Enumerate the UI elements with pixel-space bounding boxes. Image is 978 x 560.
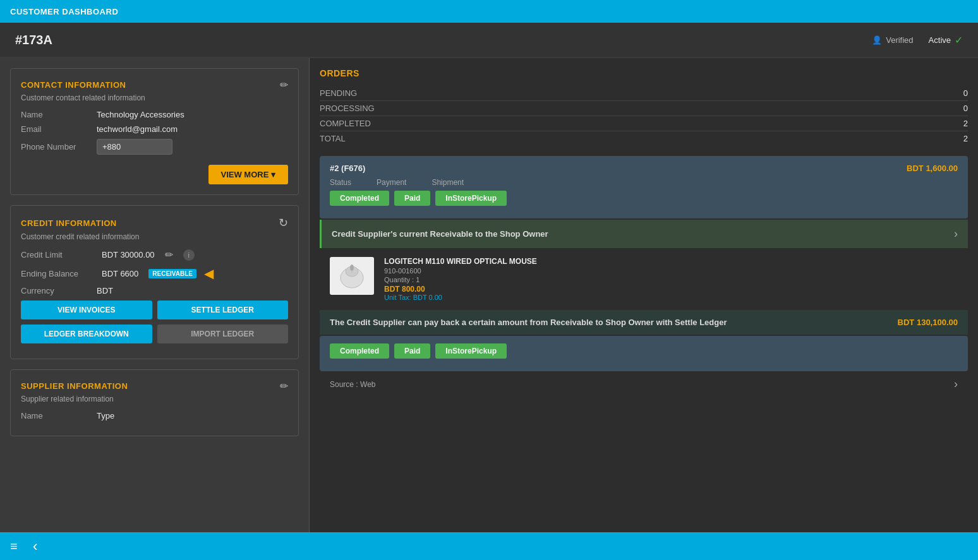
info-icon[interactable]: i (183, 249, 195, 261)
order-1-amount: BDT 1,600.00 (907, 164, 958, 173)
currency-label: Currency (21, 286, 97, 295)
supplier-subtitle: Supplier related information (21, 395, 288, 403)
order-2-card: Completed Paid InStorePickup (320, 336, 968, 371)
contact-edit-icon[interactable]: ✏ (280, 79, 288, 91)
credit-subtitle: Customer credit related information (21, 232, 288, 241)
status-col-label: Status (330, 178, 351, 187)
supplier-edit-icon[interactable]: ✏ (280, 380, 288, 392)
currency-value: BDT (97, 286, 113, 295)
phone-label: Phone Number (21, 142, 97, 152)
name-value: Technology Accessories (97, 110, 184, 119)
contact-subtitle: Customer contact related information (21, 93, 288, 102)
ending-balance-row: Ending Balance BDT 6600 RECEIVABLE ◀ (21, 266, 288, 281)
customer-id: #173A (15, 33, 872, 47)
active-status: Active ✓ (929, 34, 963, 46)
ledger-breakdown-button[interactable]: LEDGER BREAKDOWN (21, 325, 152, 343)
supplier-info-card: SUPPLIER INFORMATION ✏ Supplier related … (10, 369, 299, 436)
source-chevron-icon: › (954, 378, 958, 391)
orders-title: ORDERS (320, 68, 968, 78)
notice-2: The Credit Supplier can pay back a certa… (320, 310, 968, 335)
notice-2-amount: BDT 130,100.00 (898, 318, 958, 327)
credit-limit-edit-icon[interactable]: ✏ (165, 249, 173, 261)
processing-value: 0 (943, 104, 968, 113)
order-1-card: #2 (F676) BDT 1,600.00 Status Payment Sh… (320, 156, 968, 218)
main-layout: CONTACT INFORMATION ✏ Customer contact r… (0, 58, 978, 532)
notice-1-chevron-icon: › (954, 227, 958, 241)
ending-balance-value: BDT 6600 (102, 269, 138, 278)
credit-title: CREDIT INFORMATION (21, 218, 117, 228)
settle-ledger-button[interactable]: SETTLE LEDGER (157, 301, 289, 319)
order-2-status-badge: Completed (330, 343, 389, 359)
supplier-type-label: Type (97, 411, 114, 420)
credit-btn-row-1: VIEW INVOICES SETTLE LEDGER (21, 301, 288, 319)
supplier-name-label: Name (21, 411, 97, 420)
pending-value: 0 (943, 88, 968, 98)
orders-pending-row: PENDING 0 (320, 86, 968, 101)
order-1-id: #2 (F676) (330, 164, 365, 173)
back-icon[interactable]: ‹ (33, 537, 38, 555)
order-1-payment-badge: Paid (394, 191, 430, 206)
credit-card-header: CREDIT INFORMATION ↻ (21, 216, 288, 230)
name-label: Name (21, 110, 97, 119)
order-2-badges: Completed Paid InStorePickup (330, 343, 958, 359)
view-more-button[interactable]: VIEW MORE (208, 165, 288, 184)
checkmark-icon: ✓ (955, 34, 963, 46)
product-image (330, 257, 374, 295)
person-icon: 👤 (872, 35, 882, 45)
product-qty: Quantity : 1 (384, 276, 958, 283)
source-row: Source : Web › (320, 372, 968, 396)
shipment-col-label: Shipment (432, 178, 464, 187)
supplier-title: SUPPLIER INFORMATION (21, 381, 128, 391)
active-label: Active (929, 35, 951, 45)
pending-label: PENDING (320, 88, 943, 98)
receivable-badge: RECEIVABLE (148, 269, 196, 278)
contact-phone-row: Phone Number (21, 139, 288, 155)
contact-title: CONTACT INFORMATION (21, 80, 126, 90)
source-text: Source : Web (330, 380, 375, 389)
supplier-card-header: SUPPLIER INFORMATION ✏ (21, 380, 288, 392)
mouse-image-svg (333, 260, 371, 292)
contact-card-header: CONTACT INFORMATION ✏ (21, 79, 288, 91)
credit-info-card: CREDIT INFORMATION ↻ Customer credit rel… (10, 205, 299, 359)
email-label: Email (21, 124, 97, 134)
contact-info-card: CONTACT INFORMATION ✏ Customer contact r… (10, 68, 299, 195)
svg-point-3 (350, 265, 354, 271)
supplier-name-type-row: Name Type (21, 411, 288, 420)
product-sku: 910-001600 (384, 267, 958, 275)
orders-table: PENDING 0 PROCESSING 0 COMPLETED 2 TOTAL… (320, 86, 968, 146)
completed-label: COMPLETED (320, 119, 943, 128)
product-price: BDT 800.00 (384, 285, 958, 294)
top-bar-title: CUSTOMER DASHBOARD (10, 7, 118, 16)
total-label: TOTAL (320, 134, 943, 143)
credit-btn-row-2: LEDGER BREAKDOWN IMPORT LEDGER (21, 325, 288, 343)
product-tax: Unit Tax: BDT 0.00 (384, 294, 958, 301)
arrow-left-icon: ◀ (204, 266, 214, 281)
menu-icon[interactable]: ≡ (10, 539, 18, 554)
orders-total-row: TOTAL 2 (320, 131, 968, 146)
order-1-labels: Status Payment Shipment (330, 178, 958, 187)
notice-1-text: Credit Supplier's current Receivable to … (332, 229, 548, 239)
import-ledger-button[interactable]: IMPORT LEDGER (157, 325, 289, 343)
product-details: LOGITECH M110 WIRED OPTICAL MOUSE 910-00… (384, 257, 958, 301)
header-status: 👤 Verified Active ✓ (872, 34, 963, 46)
credit-refresh-icon[interactable]: ↻ (279, 216, 288, 230)
currency-row: Currency BDT (21, 286, 288, 295)
view-invoices-button[interactable]: VIEW INVOICES (21, 301, 152, 319)
phone-input[interactable] (97, 139, 172, 155)
order-2-payment-badge: Paid (394, 343, 430, 359)
orders-processing-row: PROCESSING 0 (320, 101, 968, 116)
order-1-shipment-badge: InStorePickup (435, 191, 507, 206)
product-card: LOGITECH M110 WIRED OPTICAL MOUSE 910-00… (320, 249, 968, 309)
contact-email-row: Email techworld@gmail.com (21, 124, 288, 134)
completed-value: 2 (943, 119, 968, 128)
email-value: techworld@gmail.com (97, 124, 178, 134)
payment-col-label: Payment (377, 178, 406, 187)
processing-label: PROCESSING (320, 104, 943, 113)
right-panel: ORDERS PENDING 0 PROCESSING 0 COMPLETED … (310, 58, 978, 532)
order-1-badges: Completed Paid InStorePickup (330, 191, 958, 206)
total-value: 2 (943, 134, 968, 143)
bottom-bar: ≡ ‹ (0, 532, 978, 560)
notice-1[interactable]: Credit Supplier's current Receivable to … (320, 220, 968, 248)
contact-name-row: Name Technology Accessories (21, 110, 288, 119)
order-1-header: #2 (F676) BDT 1,600.00 (330, 164, 958, 173)
